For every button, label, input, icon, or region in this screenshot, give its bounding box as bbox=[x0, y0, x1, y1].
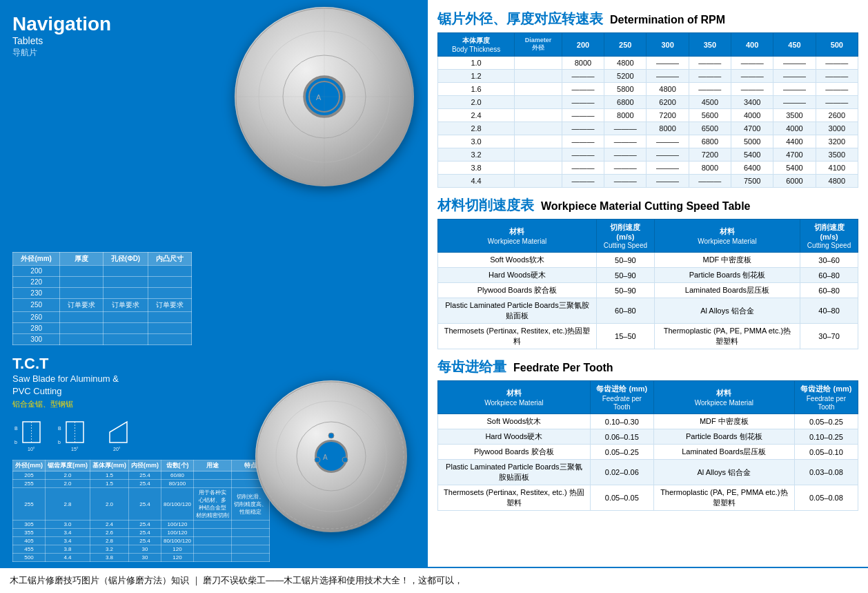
svg-text:b: b bbox=[58, 440, 61, 445]
rpm-col-200: 200 bbox=[562, 33, 604, 57]
table-row: 3.0—————————6800500044003200 bbox=[438, 135, 858, 148]
svg-text:10°: 10° bbox=[28, 447, 35, 451]
cutting-speed-title-en: Workpiece Material Cutting Speed Table bbox=[541, 200, 750, 213]
col-inner-dim: 内凸尺寸 bbox=[148, 252, 192, 265]
svg-text:A: A bbox=[323, 454, 328, 461]
tooth-diagram-1: B b 10° bbox=[12, 415, 50, 453]
cs-mat1: 材料Workpiece Material bbox=[438, 220, 597, 253]
svg-marker-18 bbox=[110, 422, 127, 443]
top-specs-table: 外径(mm) 厚度 孔径(ΦD) 内凸尺寸 200220230250订单要求订单… bbox=[12, 252, 192, 345]
rpm-table: 本体厚度Body Thickness Diameter外径 200 250 30… bbox=[437, 32, 858, 188]
table-row: Plastic Laminated Particle Boards三聚氰胺贴面板… bbox=[438, 298, 858, 324]
tooth-diagram-2: B b 15° bbox=[56, 415, 94, 453]
feedrate-title-en: Feedrate Per Tooth bbox=[513, 362, 613, 374]
cutting-title-row: 材料切削速度表 Workpiece Material Cutting Speed… bbox=[437, 196, 858, 219]
blade-circle-top: A bbox=[235, 7, 414, 186]
main-content: Navigation Tablets 导航片 A bbox=[0, 0, 868, 567]
rpm-diameter-header: Diameter外径 bbox=[515, 33, 562, 57]
table-row: 3.8—————————8000640054004100 bbox=[438, 162, 858, 175]
cutting-speed-table: 材料Workpiece Material 切削速度 (m/s)Cutting S… bbox=[437, 219, 858, 349]
svg-point-25 bbox=[328, 433, 334, 438]
table-row: Plastic Laminated Particle Boards三聚氰胺贴面板… bbox=[438, 460, 858, 485]
rpm-col-350: 350 bbox=[689, 33, 731, 57]
table-row: 300 bbox=[13, 333, 192, 344]
table-row: 1.6———58004800———————————— bbox=[438, 83, 858, 96]
left-panel: Navigation Tablets 导航片 A bbox=[0, 0, 428, 567]
table-row: 220 bbox=[13, 276, 192, 287]
rpm-title-row: 锯片外径、厚度对应转速表 Determination of RPM bbox=[437, 10, 858, 32]
cs-mat2: 材料Workpiece Material bbox=[654, 220, 800, 253]
table-row: 2.4———800072005600400035002600 bbox=[438, 109, 858, 122]
cs-speed2: 切削速度 (m/s)Cutting Speed bbox=[800, 220, 858, 253]
table-row: 260 bbox=[13, 311, 192, 322]
table-row: Thermosets (Pertinax, Restitex, etc.) 热固… bbox=[438, 485, 858, 511]
table-row: 230 bbox=[13, 287, 192, 298]
table-row: 1.2———5200——————————————— bbox=[438, 70, 858, 83]
table-row: 4053.42.825.480/100/120 bbox=[13, 537, 270, 545]
table-row: 5004.43.830120 bbox=[13, 554, 270, 562]
table-row: 2052.01.525.460/80 bbox=[13, 472, 270, 480]
tooth-diagrams: B b 10° B b 15° bbox=[12, 415, 270, 453]
svg-point-24 bbox=[316, 441, 346, 472]
blade-bottom-area: B b 10° B b 15° bbox=[12, 415, 415, 562]
col-teeth-num: 齿数(个) bbox=[161, 460, 194, 472]
feedrate-section: 每齿进给量 Feedrate Per Tooth 材料Workpiece Mat… bbox=[437, 358, 858, 511]
ft-mat2: 材料Workpiece Material bbox=[653, 381, 794, 414]
col-outer-diam: 外径(mm) bbox=[13, 252, 60, 265]
col-thickness: 厚度 bbox=[60, 252, 103, 265]
ft-feedrate2: 每齿进给 (mm)Feedrate per Tooth bbox=[794, 381, 858, 414]
feedrate-title-row: 每齿进给量 Feedrate Per Tooth bbox=[437, 358, 858, 380]
table-row: 2552.01.525.480/100 bbox=[13, 480, 270, 488]
rpm-title-en: Determination of RPM bbox=[610, 14, 725, 26]
col-outer: 外径(mm) bbox=[13, 460, 46, 472]
svg-text:B: B bbox=[14, 426, 18, 431]
tooth-diagram-3: 20° bbox=[99, 415, 137, 453]
feedrate-table: 材料Workpiece Material 每齿进给 (mm)Feedrate p… bbox=[437, 380, 858, 511]
table-row: 2.0———6800620045003400—————— bbox=[438, 96, 858, 109]
top-blade-image: A bbox=[235, 7, 414, 186]
table-row: 2552.82.025.480/100/120用于各种实 心铝材、多 种铝合金型… bbox=[13, 488, 270, 521]
table-row: 2.8——————80006500470040003000 bbox=[438, 122, 858, 135]
col-tooth-thick: 锯齿厚度(mm) bbox=[46, 460, 90, 472]
col-use: 用途 bbox=[194, 460, 232, 472]
bottom-bar-text: 木工锯片修磨技巧图片（锯片修磨方法）知识 ｜ 磨刀不误砍柴工——木工锯片选择和使… bbox=[10, 574, 463, 587]
ft-mat1: 材料Workpiece Material bbox=[438, 381, 591, 414]
svg-text:15°: 15° bbox=[71, 447, 79, 451]
rpm-section: 锯片外径、厚度对应转速表 Determination of RPM 本体厚度Bo… bbox=[437, 10, 858, 188]
rpm-col-500: 500 bbox=[816, 33, 858, 57]
table-row: Plywood Boards 胶合板0.05–0.25Laminated Boa… bbox=[438, 445, 858, 460]
cs-speed1: 切削速度 (m/s)Cutting Speed bbox=[596, 220, 654, 253]
table-row: Soft Woods软木0.10–0.30MDF 中密度板0.05–0.25 bbox=[438, 414, 858, 429]
table-row: 280 bbox=[13, 322, 192, 333]
svg-point-27 bbox=[315, 457, 320, 463]
table-row: Hard Woods硬木0.06–0.15Particle Boards 刨花板… bbox=[438, 429, 858, 445]
feedrate-title: 每齿进给量 bbox=[437, 358, 506, 376]
table-row: Hard Woods硬木50–90Particle Boards 刨花板60–8… bbox=[438, 268, 858, 283]
table-row: 250订单要求订单要求订单要求 bbox=[13, 298, 192, 311]
blade-circle-bottom: A bbox=[255, 380, 407, 532]
cutting-speed-section: 材料切削速度表 Workpiece Material Cutting Speed… bbox=[437, 196, 858, 349]
rpm-col-400: 400 bbox=[731, 33, 773, 57]
table-row: 4553.83.230120 bbox=[13, 545, 270, 554]
bottom-specs-table: 外径(mm) 锯齿厚度(mm) 基体厚(mm) 内径(mm) 齿数(个) 用途 … bbox=[12, 460, 270, 562]
col-inner: 内径(mm) bbox=[129, 460, 161, 472]
svg-text:B: B bbox=[58, 426, 61, 431]
table-row: Thermosets (Pertinax, Restitex, etc.)热固塑… bbox=[438, 324, 858, 349]
table-row: Soft Woods软木50–90MDF 中密度板30–60 bbox=[438, 253, 858, 268]
top-specs-section: 外径(mm) 厚度 孔径(ΦD) 内凸尺寸 200220230250订单要求订单… bbox=[12, 252, 415, 345]
right-panel: 锯片外径、厚度对应转速表 Determination of RPM 本体厚度Bo… bbox=[428, 0, 868, 567]
tct-title: T.C.T bbox=[12, 355, 415, 373]
rpm-col-thickness: 本体厚度Body Thickness bbox=[438, 33, 515, 57]
bottom-bar: 木工锯片修磨技巧图片（锯片修磨方法）知识 ｜ 磨刀不误砍柴工——木工锯片选择和使… bbox=[0, 567, 868, 593]
bottom-blade-image: A bbox=[255, 380, 407, 532]
rpm-col-250: 250 bbox=[604, 33, 647, 57]
rpm-title: 锯片外径、厚度对应转速表 bbox=[437, 10, 603, 28]
table-row: Plywood Boards 胶合板50–90Laminated Boards层… bbox=[438, 283, 858, 298]
svg-text:A: A bbox=[316, 93, 322, 101]
table-row: 3053.02.425.4100/120 bbox=[13, 521, 270, 529]
tooth-diagrams-section: B b 10° B b 15° bbox=[12, 415, 270, 562]
col-body-thick: 基体厚(mm) bbox=[90, 460, 129, 472]
table-row: 200 bbox=[13, 265, 192, 276]
cutting-speed-title: 材料切削速度表 bbox=[437, 196, 534, 215]
rpm-col-300: 300 bbox=[647, 33, 689, 57]
